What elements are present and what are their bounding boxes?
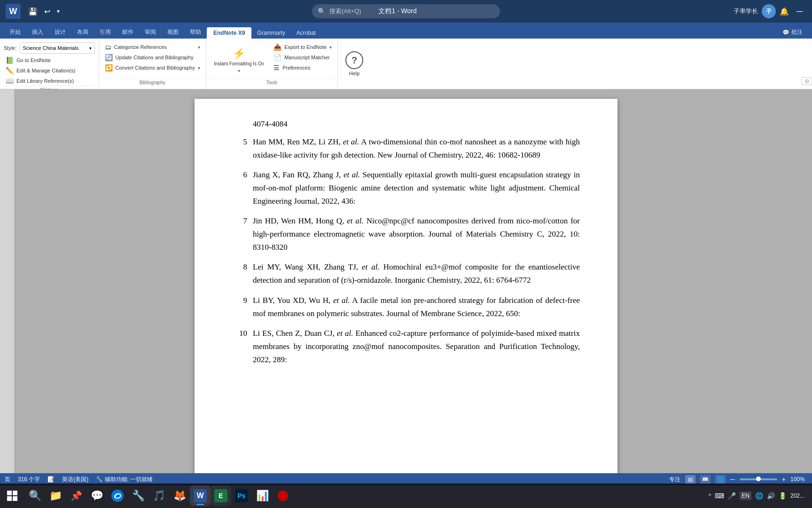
taskbar-search-btn[interactable]: 🔍 <box>24 485 45 506</box>
clock[interactable]: 202... <box>790 492 804 499</box>
tray-mic-icon[interactable]: 🎤 <box>728 492 736 500</box>
table-row: 6 Jiang X, Fan RQ, Zhang J, et al. Seque… <box>232 168 580 208</box>
zoom-level[interactable]: 100% <box>790 476 807 483</box>
view-web-btn[interactable]: 🌐 <box>715 475 726 484</box>
edit-library-btn[interactable]: 📖 Edit Library Reference(s) <box>4 76 95 86</box>
accessibility-indicator[interactable]: 🔧 辅助功能: 一切就绪 <box>96 476 153 484</box>
instant-formatting-icon: ⚡ <box>233 48 245 60</box>
zoom-increase-btn[interactable]: + <box>782 476 786 483</box>
tab-help[interactable]: 帮助 <box>184 26 207 39</box>
tab-design[interactable]: 设计 <box>49 26 71 39</box>
taskbar-explorer-btn[interactable]: 📁 <box>45 485 66 506</box>
style-dropdown[interactable]: Science China Materials ▾ <box>20 42 95 54</box>
tab-review[interactable]: 审阅 <box>139 26 162 39</box>
language-indicator[interactable]: 英语(美国) <box>62 476 88 484</box>
citations-group: Style: Science China Materials ▾ 📗 Go to… <box>0 40 99 87</box>
save-quick-btn[interactable]: 💾 <box>26 5 39 18</box>
export-endnote-btn[interactable]: 📤 Export to EndNote ▾ <box>272 42 334 52</box>
taskbar-chat-btn[interactable]: 💬 <box>86 485 107 506</box>
customize-quick-btn[interactable]: ▾ <box>55 6 62 16</box>
style-label: Style: <box>4 45 17 51</box>
convert-bib-btn[interactable]: 🔁 Convert Citations and Bibliography ▾ <box>103 63 202 72</box>
manuscript-icon: 📄 <box>273 54 281 61</box>
tab-home[interactable]: 开始 <box>4 26 26 39</box>
table-row: 8 Lei MY, Wang XH, Zhang TJ, et al. Homo… <box>232 261 580 287</box>
style-dropdown-arrow: ▾ <box>89 46 92 51</box>
taskbar-ps-btn[interactable]: Ps <box>231 485 252 506</box>
zoom-slider[interactable] <box>740 478 777 480</box>
taskbar-record-btn[interactable] <box>273 485 293 506</box>
tab-layout[interactable]: 布局 <box>71 26 94 39</box>
update-bib-icon: 🔄 <box>105 54 113 61</box>
table-row: 5 Han MM, Ren MZ, Li ZH, et al. A two-di… <box>232 135 580 162</box>
tray-expand-btn[interactable]: ^ <box>709 492 711 499</box>
go-to-endnote-btn[interactable]: 📗 Go to EndNote <box>4 56 95 65</box>
comments-btn[interactable]: 💬批注 <box>777 26 808 39</box>
taskbar-edge-btn[interactable] <box>107 485 128 506</box>
ref-text: Jiang X, Fan RQ, Zhang J, et al. Sequent… <box>253 168 580 208</box>
taskbar-firefox-btn[interactable]: 🦊 <box>169 485 190 506</box>
page-indicator[interactable]: 页 <box>5 476 10 484</box>
notification-icon[interactable]: 🔔 <box>780 7 789 16</box>
update-bib-btn[interactable]: 🔄 Update Citations and Bibliography <box>103 53 202 62</box>
ref-text: Jin HD, Wen HM, Hong Q, et al. Nico@npc@… <box>253 214 580 254</box>
categorize-btn[interactable]: 🗂 Categorize References ▾ <box>103 42 202 52</box>
ref-num: 10 <box>232 327 247 366</box>
zoom-decrease-btn[interactable]: ─ <box>730 476 735 483</box>
taskbar-app2-btn[interactable]: 🎵 <box>148 485 169 506</box>
tab-acrobat[interactable]: Acrobat <box>291 27 321 39</box>
manuscript-matcher-btn[interactable]: 📄 Manuscript Matcher <box>272 53 334 62</box>
table-row: 9 Li BY, You XD, Wu H, et al. A facile m… <box>232 294 580 320</box>
user-avatar[interactable]: 子 <box>762 4 776 18</box>
instant-formatting-btn[interactable]: ⚡ Instant Formatting Is On ▾ <box>210 42 268 78</box>
ref-num: 9 <box>232 294 247 320</box>
undo-quick-btn[interactable]: ↩ <box>42 5 52 18</box>
word-icon: W <box>6 4 21 19</box>
tab-grammarly[interactable]: Grammarly <box>251 27 290 39</box>
taskbar-app1-btn[interactable]: 🔧 <box>128 485 148 506</box>
tab-endnote[interactable]: EndNote X9 <box>207 27 251 39</box>
taskbar-endnote-btn[interactable]: E <box>211 485 231 506</box>
reference-list: 5 Han MM, Ren MZ, Li ZH, et al. A two-di… <box>232 135 580 366</box>
minimize-btn[interactable]: ─ <box>793 7 806 16</box>
table-row: 7 Jin HD, Wen HM, Hong Q, et al. Nico@np… <box>232 214 580 254</box>
tab-references[interactable]: 引用 <box>94 26 117 39</box>
tray-keyboard-icon[interactable]: ⌨ <box>715 492 724 500</box>
tab-insert[interactable]: 插入 <box>26 26 49 39</box>
tray-network-icon[interactable]: 🌐 <box>755 492 763 500</box>
preferences-icon: ☰ <box>273 64 280 71</box>
tools-group: ⚡ Instant Formatting Is On ▾ 📤 Export to… <box>206 40 338 87</box>
tray-battery-icon[interactable]: 🔋 <box>779 492 787 500</box>
view-read-btn[interactable]: 📖 <box>700 475 710 484</box>
tray-en-btn[interactable]: EN <box>740 492 751 500</box>
taskbar-word-btn[interactable]: W <box>190 485 211 506</box>
clock-time: 202... <box>790 492 804 499</box>
bibliography-group-label: Bibliography <box>103 78 202 85</box>
focus-label[interactable]: 专注 <box>669 476 680 484</box>
tray-sound-icon[interactable]: 🔊 <box>767 492 775 500</box>
tab-mailings[interactable]: 邮件 <box>117 26 139 39</box>
start-button[interactable] <box>0 484 24 508</box>
edit-manage-btn[interactable]: ✏️ Edit & Manage Citation(s) <box>4 66 95 75</box>
ref-text: Lei MY, Wang XH, Zhang TJ, et al. Homoch… <box>253 261 580 287</box>
windows-taskbar: 🔍 📁 📌 💬 🔧 🎵 🦊 W E Ps 📊 ^ ⌨ 🎤 EN 🌐 🔊 🔋 <box>0 484 812 508</box>
bibliography-group: 🗂 Categorize References ▾ 🔄 Update Citat… <box>99 40 206 87</box>
ribbon-expand-btn[interactable]: ⊡ <box>802 77 812 85</box>
preferences-btn[interactable]: ☰ Preferences <box>272 63 334 72</box>
edge-icon <box>111 489 124 502</box>
export-icon: 📤 <box>273 43 281 51</box>
edit-library-icon: 📖 <box>6 77 14 85</box>
help-btn[interactable]: ? Help <box>344 42 365 85</box>
ref-text: Li BY, You XD, Wu H, et al. A facile met… <box>253 294 580 320</box>
spell-check-icon[interactable]: 📝 <box>47 476 55 483</box>
tab-view[interactable]: 视图 <box>162 26 184 39</box>
edit-citation-icon: ✏️ <box>6 67 14 74</box>
categorize-icon: 🗂 <box>105 43 111 51</box>
svg-rect-0 <box>7 491 12 495</box>
search-input-placeholder[interactable]: 搜索(Alt+Q) <box>329 7 361 16</box>
taskbar-pin-btn[interactable]: 📌 <box>66 485 86 506</box>
svg-rect-3 <box>13 496 17 501</box>
taskbar-analysis-btn[interactable]: 📊 <box>252 485 273 506</box>
ref-num: 6 <box>232 168 247 208</box>
view-print-btn[interactable]: ▤ <box>685 475 695 484</box>
